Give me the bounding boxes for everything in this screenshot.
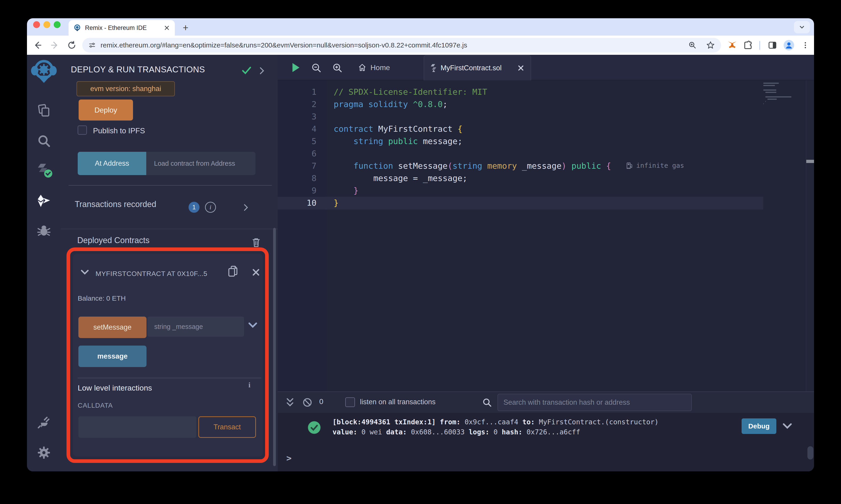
code-editor[interactable]: 1// SPDX-License-Identifier: MIT2pragma … <box>278 80 814 392</box>
terminal-prompt[interactable]: > <box>286 453 292 463</box>
profile-avatar[interactable] <box>783 39 795 51</box>
plugin-manager-icon[interactable] <box>27 411 61 434</box>
deploy-button[interactable]: Deploy <box>79 100 133 121</box>
deploy-run-icon[interactable] <box>27 190 61 212</box>
site-settings-icon[interactable] <box>88 41 96 49</box>
deployed-contract-card: MYFIRSTCONTRACT AT 0X10F...5 Balance: 0 … <box>73 254 263 456</box>
reload-button[interactable] <box>66 39 78 51</box>
editor-scrollbar-thumb[interactable] <box>806 160 814 163</box>
transactions-chevron-icon[interactable] <box>243 204 249 211</box>
contract-collapse-chevron-icon[interactable] <box>81 269 89 275</box>
expand-params-chevron-icon[interactable] <box>248 321 258 329</box>
terminal-scrollbar-thumb[interactable] <box>807 446 813 460</box>
low-level-title: Low level interactions <box>78 383 152 392</box>
transactions-info-icon[interactable]: i <box>205 202 216 213</box>
deployed-contracts-label: Deployed Contracts <box>77 236 150 245</box>
bookmark-star-icon[interactable] <box>706 41 715 50</box>
compiled-check-icon <box>242 66 252 75</box>
gas-annotation-text: infinite gas <box>636 162 684 169</box>
extensions-puzzle-icon[interactable] <box>742 39 754 51</box>
contract-title[interactable]: MYFIRSTCONTRACT AT 0X10F...5 <box>96 270 212 277</box>
home-icon <box>358 63 367 72</box>
remix-logo[interactable] <box>27 60 61 83</box>
panel-divider <box>69 185 272 185</box>
tx-success-check-icon <box>307 421 321 434</box>
section-divider <box>61 229 278 229</box>
solidity-file-icon <box>431 64 436 72</box>
close-window-button[interactable] <box>33 21 40 28</box>
url-text: remix.ethereum.org/#lang=en&optimize=fal… <box>101 41 688 49</box>
solidity-compiler-icon[interactable] <box>27 159 61 182</box>
at-address-input[interactable]: Load contract from Address <box>146 152 256 175</box>
set-message-input[interactable]: string _message <box>148 317 244 337</box>
forward-button[interactable] <box>49 39 61 51</box>
panel-title: DEPLOY & RUN TRANSACTIONS <box>71 65 205 74</box>
transactions-count-badge: 1 <box>189 202 200 213</box>
set-message-button[interactable]: setMessage <box>79 317 147 338</box>
chevron-down-icon <box>799 24 805 31</box>
tab-home-label: Home <box>371 64 390 72</box>
zoom-in-icon[interactable] <box>332 62 343 73</box>
copy-address-icon[interactable] <box>227 265 239 277</box>
transaction-log[interactable]: [block:4994361 txIndex:1] from: 0x9cf...… <box>332 417 659 437</box>
remix-favicon <box>73 24 81 32</box>
browser-toolbar: remix.ethereum.org/#lang=en&optimize=fal… <box>27 36 814 55</box>
editor-area: Home MyFirstContract.sol 1 <box>278 55 814 471</box>
screenshot-root: Remix - Ethereum IDE + <box>0 0 841 504</box>
browser-window: Remix - Ethereum IDE + <box>27 18 814 471</box>
debugger-icon[interactable] <box>27 220 61 242</box>
clear-contracts-trash-icon[interactable] <box>252 237 261 248</box>
run-script-play-icon[interactable] <box>291 62 301 73</box>
evm-version-badge: evm version: shanghai <box>76 81 175 96</box>
transactions-recorded-label: Transactions recorded <box>75 199 156 209</box>
settings-gear-icon[interactable] <box>27 441 61 464</box>
contract-balance: Balance: 0 ETH <box>78 294 126 302</box>
publish-ipfs-label[interactable]: Publish to IPFS <box>93 126 145 135</box>
tab-close-icon[interactable] <box>164 25 170 31</box>
calldata-label: CALLDATA <box>78 402 113 409</box>
publish-ipfs-checkbox[interactable] <box>78 126 87 135</box>
side-panel-icon[interactable] <box>767 39 778 51</box>
tab-search-button[interactable] <box>794 21 810 33</box>
calldata-input[interactable] <box>79 416 196 438</box>
terminal-search-input[interactable]: Search with transaction hash or address <box>498 394 692 411</box>
pending-tx-count: 0 <box>319 397 323 406</box>
panel-expand-chevron-icon[interactable] <box>258 67 265 75</box>
terminal: 0 listen on all transactions Search with… <box>278 392 814 471</box>
tab-file-active[interactable]: MyFirstContract.sol <box>424 55 531 80</box>
browser-menu-icon[interactable] <box>800 39 811 51</box>
search-icon[interactable] <box>27 129 61 152</box>
browser-tab[interactable]: Remix - Ethereum IDE <box>69 20 175 36</box>
listen-transactions-checkbox[interactable] <box>345 397 355 407</box>
metamask-extension-icon[interactable] <box>726 39 738 51</box>
remix-icon-rail <box>27 55 61 471</box>
gas-pump-icon <box>626 162 633 169</box>
editor-tab-bar: Home MyFirstContract.sol <box>278 55 814 80</box>
tab-file-close-icon[interactable] <box>517 65 524 71</box>
zoom-page-icon[interactable] <box>688 41 697 50</box>
remove-contract-icon[interactable] <box>252 268 260 277</box>
new-tab-button[interactable]: + <box>179 22 191 34</box>
log-expand-chevron-icon[interactable] <box>782 422 792 430</box>
low-level-info-icon[interactable]: i <box>248 381 251 389</box>
zoom-out-icon[interactable] <box>311 62 322 73</box>
editor-scrollbar[interactable] <box>806 80 814 392</box>
at-address-button[interactable]: At Address <box>78 152 146 175</box>
transact-button[interactable]: Transact <box>199 416 256 438</box>
file-explorer-icon[interactable] <box>27 99 61 122</box>
collapse-terminal-icon[interactable] <box>286 397 294 408</box>
back-button[interactable] <box>32 39 44 51</box>
clear-console-icon[interactable] <box>302 397 312 408</box>
terminal-search-icon <box>482 397 492 408</box>
message-button[interactable]: message <box>79 346 147 367</box>
maximize-window-button[interactable] <box>54 21 61 28</box>
gas-annotation: infinite gas <box>626 162 684 169</box>
tab-home[interactable]: Home <box>358 55 390 80</box>
listen-transactions-label[interactable]: listen on all transactions <box>360 398 435 406</box>
tab-title: Remix - Ethereum IDE <box>85 24 164 32</box>
address-bar[interactable]: remix.ethereum.org/#lang=en&optimize=fal… <box>82 38 721 53</box>
panel-scrollbar[interactable] <box>273 228 276 466</box>
debug-button[interactable]: Debug <box>742 418 776 434</box>
minimize-window-button[interactable] <box>44 21 50 28</box>
toolbar-divider <box>759 41 760 50</box>
